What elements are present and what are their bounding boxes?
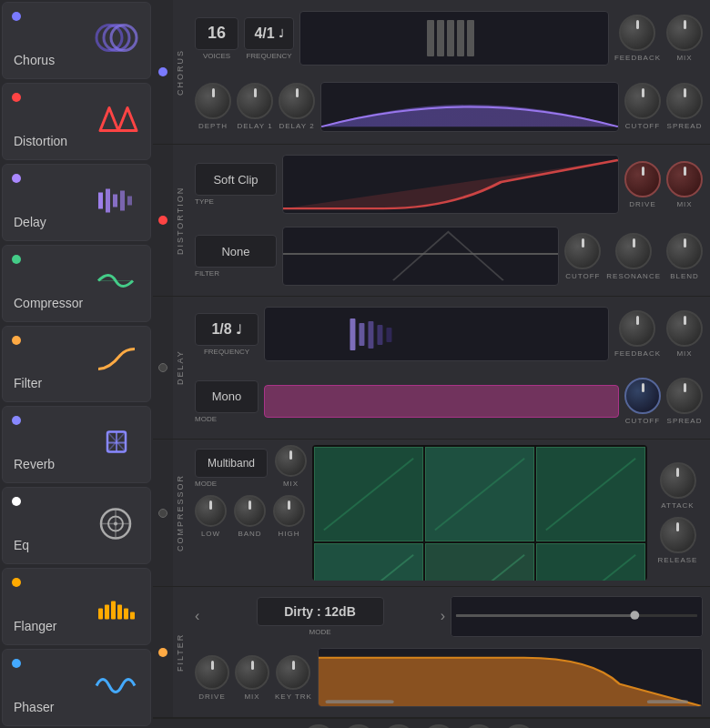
distortion-mix-knob[interactable]: MIX xyxy=(666,161,703,208)
svg-rect-22 xyxy=(105,604,109,619)
bottom-knob-2[interactable] xyxy=(342,724,375,728)
chorus-feedback-knob[interactable]: FEEDBACK xyxy=(614,15,661,62)
chorus-mix-knob[interactable]: MIX xyxy=(666,15,703,62)
comp-cell-2 xyxy=(425,447,534,541)
chorus-cutoff-knob[interactable]: CUTOFF xyxy=(624,83,661,130)
sidebar-item-flanger[interactable]: Flanger xyxy=(2,568,151,645)
svg-rect-41 xyxy=(456,614,634,617)
delay-mode-label: MODE xyxy=(195,415,259,423)
filter-keytrk-knob[interactable]: KEY TRK xyxy=(275,655,312,701)
bottom-knob-5[interactable] xyxy=(462,724,495,728)
filter-active-dot[interactable] xyxy=(158,648,167,657)
chorus-section-label: CHORUS xyxy=(173,0,188,144)
svg-marker-3 xyxy=(100,108,137,131)
chorus-delay2-knob[interactable]: DELAY 2 xyxy=(279,83,315,130)
filter-mix-knob[interactable]: MIX xyxy=(235,655,269,701)
comp-cell-3 xyxy=(536,447,645,541)
distortion-filter-curve xyxy=(282,227,559,286)
compressor-mix-knob[interactable]: MIX xyxy=(275,445,307,488)
delay-active-dot[interactable] xyxy=(158,363,167,372)
delay-frequency-value[interactable]: 1/8 ♩ xyxy=(195,313,259,346)
filter-shape-display xyxy=(318,648,703,707)
distortion-cutoff-knob[interactable]: CUTOFF xyxy=(564,233,601,280)
filter-mode-next[interactable]: › xyxy=(441,608,445,624)
svg-rect-6 xyxy=(106,189,110,213)
distortion-blend-knob[interactable]: BLEND xyxy=(666,233,703,280)
chorus-frequency-label: FREQUENCY xyxy=(246,52,291,60)
compressor-attack-knob[interactable]: ATTACK xyxy=(660,462,696,510)
distortion-filter-value[interactable]: None xyxy=(195,235,277,268)
distortion-section: DISTORTION Soft Clip TYPE xyxy=(153,145,710,297)
distortion-resonance-knob[interactable]: RESONANCE xyxy=(606,233,661,280)
sidebar-item-distortion[interactable]: Distortion xyxy=(2,83,151,160)
compressor-label: Compressor xyxy=(14,296,83,310)
bottom-knob-6[interactable] xyxy=(502,724,535,728)
filter-mode-prev[interactable]: ‹ xyxy=(195,608,199,624)
svg-rect-44 xyxy=(325,700,393,703)
delay-cutoff-knob[interactable]: CUTOFF xyxy=(624,378,661,425)
compressor-release-knob[interactable]: RELEASE xyxy=(658,517,698,564)
svg-point-42 xyxy=(630,611,639,620)
compressor-active-dot[interactable] xyxy=(158,509,167,518)
chorus-depth-knob[interactable]: DEPTH xyxy=(195,83,231,130)
compressor-high-knob[interactable]: HIGH xyxy=(273,495,305,538)
chorus-delay1-knob[interactable]: DELAY 1 xyxy=(237,83,273,130)
filter-drive-knob[interactable]: DRIVE xyxy=(195,655,229,701)
delay-label: Delay xyxy=(14,215,46,229)
svg-rect-25 xyxy=(124,608,128,619)
delay-mode-value[interactable]: Mono xyxy=(195,380,259,413)
delay-feedback-knob[interactable]: FEEDBACK xyxy=(614,310,661,358)
svg-rect-37 xyxy=(265,386,618,417)
svg-rect-8 xyxy=(120,191,125,211)
phaser-icon xyxy=(91,665,141,710)
delay-mix-knob[interactable]: MIX xyxy=(666,310,703,358)
chorus-spread-knob[interactable]: SPREAD xyxy=(666,83,703,130)
compressor-content: Multiband MODE MIX LOW xyxy=(188,440,710,586)
distortion-icon xyxy=(91,99,141,144)
compressor-low-knob[interactable]: LOW xyxy=(195,495,227,538)
sidebar-item-compressor[interactable]: Compressor xyxy=(2,245,151,322)
svg-rect-33 xyxy=(359,323,364,346)
compressor-band-knob[interactable]: BAND xyxy=(234,495,266,538)
reverb-dot xyxy=(12,416,21,425)
filter-section: FILTER ‹ Dirty : 12dB MODE › xyxy=(153,587,710,718)
chorus-voices-value[interactable]: 16 xyxy=(195,17,238,50)
delay-frequency-label: FREQUENCY xyxy=(204,348,249,356)
sidebar-item-reverb[interactable]: Reverb xyxy=(2,406,151,483)
sidebar-item-chorus[interactable]: Chorus xyxy=(2,2,151,79)
svg-rect-24 xyxy=(117,604,122,619)
sidebar-item-eq[interactable]: Eq xyxy=(2,487,151,564)
filter-mode-value[interactable]: Dirty : 12dB xyxy=(257,597,384,626)
sidebar-item-phaser[interactable]: Phaser xyxy=(2,649,151,726)
chorus-active-dot[interactable] xyxy=(158,67,167,76)
distortion-type-value[interactable]: Soft Clip xyxy=(195,163,277,196)
svg-rect-23 xyxy=(111,601,116,619)
eq-dot xyxy=(12,497,21,506)
compressor-mode-value[interactable]: Multiband xyxy=(195,449,268,478)
bottom-knob-1[interactable] xyxy=(302,724,335,728)
distortion-active-dot[interactable] xyxy=(158,216,167,225)
compressor-section: COMPRESSOR Multiband MODE MIX xyxy=(153,440,710,587)
chorus-frequency-value[interactable]: 4/1 ♩ xyxy=(244,17,294,50)
filter-section-label: FILTER xyxy=(173,587,188,717)
delay-section-label: DELAY xyxy=(173,297,188,439)
main-content: CHORUS 16 VOICES 4/1 ♩ FREQUENCY xyxy=(153,0,710,728)
svg-rect-34 xyxy=(368,321,373,349)
bottom-knob-3[interactable] xyxy=(382,724,415,728)
chorus-curve-display xyxy=(320,82,619,132)
sidebar-item-delay[interactable]: Delay xyxy=(2,164,151,241)
chorus-content: 16 VOICES 4/1 ♩ FREQUENCY xyxy=(188,0,710,144)
sidebar-item-filter[interactable]: Filter xyxy=(2,326,151,403)
filter-icon xyxy=(91,342,141,387)
distortion-drive-knob[interactable]: DRIVE xyxy=(624,161,661,208)
svg-rect-31 xyxy=(467,20,474,56)
flanger-icon xyxy=(91,584,141,629)
bottom-knob-4[interactable] xyxy=(422,724,455,728)
svg-rect-26 xyxy=(130,612,135,619)
distortion-section-label: DISTORTION xyxy=(173,145,188,296)
delay-spread-knob[interactable]: SPREAD xyxy=(666,378,703,425)
svg-rect-7 xyxy=(113,195,117,207)
reverb-label: Reverb xyxy=(14,457,55,471)
chorus-dot xyxy=(12,12,21,21)
comp-cell-6 xyxy=(536,543,645,581)
